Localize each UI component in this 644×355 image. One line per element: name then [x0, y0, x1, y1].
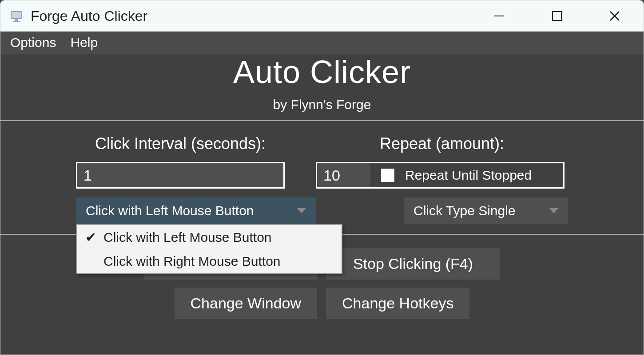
app-title: Auto Clicker	[0, 54, 644, 90]
minimize-button[interactable]	[470, 0, 528, 32]
menu-options[interactable]: Options	[3, 32, 63, 54]
dropdown-option-right[interactable]: Click with Right Mouse Button	[77, 249, 342, 273]
repeat-input[interactable]	[317, 163, 370, 187]
repeat-group: Repeat Until Stopped	[316, 162, 564, 189]
app-icon	[8, 8, 24, 24]
mouse-button-select[interactable]: Click with Left Mouse Button ✔ Click wit…	[76, 197, 316, 224]
stop-clicking-button[interactable]: Stop Clicking (F4)	[326, 248, 500, 280]
menubar: Options Help	[0, 32, 644, 54]
dropdown-option-label: Click with Left Mouse Button	[103, 230, 272, 245]
interval-input[interactable]	[76, 162, 285, 189]
maximize-button[interactable]	[528, 0, 586, 32]
checkmark-icon: ✔	[85, 229, 96, 245]
repeat-until-checkbox[interactable]	[381, 169, 394, 182]
mouse-button-dropdown: ✔ Click with Left Mouse Button Click wit…	[76, 224, 342, 274]
change-window-button[interactable]: Change Window	[175, 288, 317, 319]
mouse-button-value: Click with Left Mouse Button	[86, 203, 254, 218]
svg-rect-5	[553, 12, 561, 20]
dropdown-option-label: Click with Right Mouse Button	[103, 254, 281, 269]
menu-help[interactable]: Help	[63, 32, 105, 54]
dropdown-option-left[interactable]: ✔ Click with Left Mouse Button	[77, 225, 342, 249]
svg-rect-1	[12, 12, 21, 18]
action-row-2: Change Window Change Hotkeys	[0, 288, 644, 319]
click-type-select[interactable]: Click Type Single	[404, 197, 568, 224]
repeat-until-label: Repeat Until Stopped	[405, 168, 532, 183]
app-subtitle: by Flynn's Forge	[0, 97, 644, 112]
repeat-label: Repeat (amount):	[316, 134, 568, 153]
svg-rect-3	[13, 21, 20, 22]
titlebar-controls	[470, 0, 644, 32]
chevron-down-icon	[549, 208, 558, 213]
controls-section: Click Interval (seconds): Repeat (amount…	[0, 121, 644, 229]
titlebar-left: Forge Auto Clicker	[8, 8, 147, 24]
app-window: Forge Auto Clicker Options Help Au	[0, 0, 644, 355]
click-type-value: Click Type Single	[413, 203, 516, 218]
change-hotkeys-button[interactable]: Change Hotkeys	[326, 288, 469, 319]
window-title: Forge Auto Clicker	[31, 8, 147, 24]
interval-label: Click Interval (seconds):	[76, 134, 285, 153]
titlebar: Forge Auto Clicker	[0, 0, 644, 32]
chevron-down-icon	[297, 208, 306, 213]
close-button[interactable]	[586, 0, 644, 32]
